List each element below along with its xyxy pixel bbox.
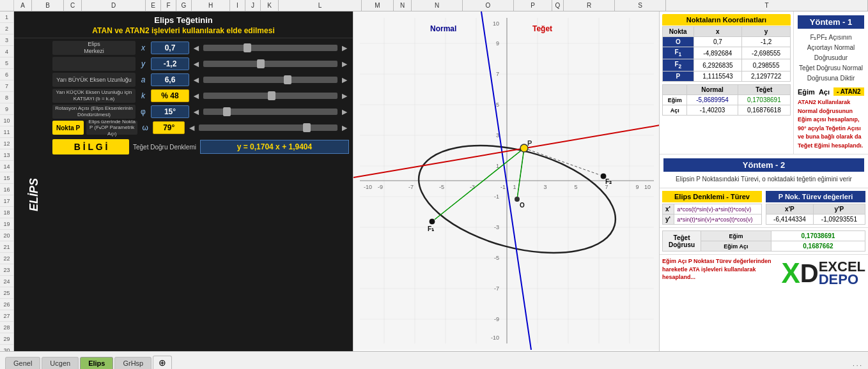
th-empty	[663, 85, 687, 95]
param-phi-symbol: φ	[138, 107, 148, 116]
label-a: Yarı BÜYÜK Eksen Uzunluğu	[52, 73, 136, 87]
bilgi-row: B İ L G İ Teğet Doğru Denklemi y = 0,170…	[52, 139, 349, 154]
slider-left-y[interactable]: ◄	[192, 59, 201, 69]
slider-left-x[interactable]: ◄	[192, 43, 201, 53]
tab-ucgen[interactable]: Ucgen	[42, 357, 79, 369]
row-6: 6	[0, 69, 13, 80]
row-23: 23	[0, 264, 13, 276]
row-7: 7	[0, 80, 13, 92]
value-k[interactable]: % 48	[151, 89, 189, 102]
tab-add-button[interactable]: ⊕	[153, 356, 172, 369]
row-f1-x: -4,892684	[694, 47, 742, 59]
col-header-g: G	[176, 0, 192, 11]
row-f1-label: F1	[663, 47, 694, 59]
svg-text:P: P	[527, 139, 532, 147]
value-a[interactable]: 6,6	[151, 73, 189, 86]
col-header-e: E	[146, 0, 161, 11]
slider-right-a[interactable]: ►	[340, 75, 349, 85]
th-nokta: Nokta	[663, 27, 694, 37]
value-phi[interactable]: 15°	[151, 105, 189, 118]
svg-text:7: 7	[496, 71, 499, 77]
svg-point-50	[429, 218, 435, 225]
slider-left-omega[interactable]: ◄	[187, 123, 196, 133]
row-f2-label: F2	[663, 59, 694, 72]
status-dots: · · ·	[853, 362, 862, 369]
svg-text:10: 10	[493, 20, 499, 27]
svg-text:-9: -9	[378, 184, 383, 190]
egim-aci-sublabel: Eğim Açı	[701, 241, 771, 252]
slider-right-omega[interactable]: ►	[340, 123, 349, 133]
teget-dogrusu-section: Teğet Doğrusu Eğim 0,17038691 Eğim Açı 0…	[660, 228, 868, 255]
value-x[interactable]: 0,7	[151, 41, 189, 54]
noktap-button[interactable]: Nokta P	[52, 121, 84, 135]
slider-right-x[interactable]: ►	[340, 43, 349, 53]
th-yp: y'P	[813, 204, 865, 215]
row-27: 27	[0, 310, 13, 322]
row-16: 16	[0, 184, 13, 195]
value-y[interactable]: -1,2	[151, 57, 189, 70]
tab-genel[interactable]: Genel	[5, 357, 40, 369]
table-row: P 1,1115543 2,1297722	[663, 72, 791, 82]
row-1: 1	[0, 11, 13, 23]
slider-x[interactable]	[203, 45, 337, 51]
svg-text:-1: -1	[494, 193, 499, 200]
slider-left-phi[interactable]: ◄	[192, 107, 201, 117]
svg-text:F₂: F₂	[605, 178, 612, 185]
value-omega[interactable]: 79°	[153, 121, 185, 134]
turev-pnoktasi-row: Elips Denklemi - Türev x' a*cos(t)*sin(v…	[660, 188, 868, 228]
slider-phi[interactable]	[203, 109, 337, 115]
tab-grhsp[interactable]: GrHsp	[114, 357, 151, 369]
bottom-section: Eğim Açı P Noktası Türev değerlerinden h…	[660, 255, 868, 351]
ata-notice-text: Eğim Açı P Noktası Türev değerlerinden h…	[662, 258, 771, 280]
slider-y[interactable]	[203, 61, 337, 67]
th-teget: Teğet	[738, 85, 790, 95]
col-header-k: K	[261, 0, 279, 11]
row-14: 14	[0, 161, 13, 172]
controls-area: ElipsMerkezi x 0,7 ◄ ► y -1,2 ◄	[52, 41, 349, 349]
bilgi-button[interactable]: B İ L G İ	[52, 139, 129, 154]
table-row: F2 6,2926835 0,298555	[663, 59, 791, 72]
row-30: 30	[0, 345, 13, 351]
teget-aci: 0,16876618	[738, 105, 790, 116]
coords-title: Noktaların Koordinatları	[662, 14, 791, 26]
col-header-a: A	[14, 0, 32, 11]
svg-text:-7: -7	[494, 285, 499, 292]
logo-d: D	[800, 259, 819, 288]
slider-left-k[interactable]: ◄	[192, 91, 201, 101]
row-29: 29	[0, 333, 13, 345]
turev-table: x' a*cos(t)*sin(v)-a*sin(t)*cos(v) y' a*…	[662, 204, 762, 225]
row-26: 26	[0, 299, 13, 310]
col-header-j: J	[245, 0, 261, 11]
slider-left-a[interactable]: ◄	[192, 75, 201, 85]
slider-k[interactable]	[203, 93, 337, 99]
xprime-formula: a*cos(t)*sin(v)-a*sin(t)*cos(v)	[674, 204, 762, 215]
col-header-n: N	[394, 0, 412, 11]
row-18: 18	[0, 207, 13, 218]
tab-elips[interactable]: Elips	[80, 357, 113, 369]
svg-text:O: O	[520, 202, 525, 209]
yontem2-section: Yöntem - 2 Elipsin P Noktasındaki Türevi…	[660, 154, 868, 188]
label-y-merkezi	[52, 57, 136, 71]
row-o-y: -1,2	[742, 37, 791, 47]
param-a-symbol: a	[138, 75, 148, 84]
egim-aci-row: Eğim Açı - ATAN2	[798, 87, 864, 96]
row-15: 15	[0, 172, 13, 184]
row-20: 20	[0, 230, 13, 241]
control-k: Yarı KÜÇÜK Eksen Uzunluğu için KATSAYI (…	[52, 89, 349, 103]
svg-text:5: 5	[574, 184, 577, 190]
label-elips-merkezi: ElipsMerkezi	[52, 41, 136, 55]
slider-right-y[interactable]: ►	[340, 59, 349, 69]
col-header-r: R	[564, 0, 615, 11]
col-header-m: M	[362, 0, 394, 11]
svg-text:F₁: F₁	[428, 225, 434, 232]
row-19: 19	[0, 218, 13, 230]
slider-omega[interactable]	[199, 124, 337, 131]
normal-egim: -5,8689954	[687, 95, 738, 105]
slider-right-phi[interactable]: ►	[340, 107, 349, 117]
row-24: 24	[0, 276, 13, 287]
slider-a[interactable]	[203, 77, 337, 83]
row-9: 9	[0, 103, 13, 115]
yontem1-title: Yöntem - 1	[798, 15, 864, 29]
yprime-label: y'	[663, 215, 674, 225]
slider-right-k[interactable]: ►	[340, 91, 349, 101]
